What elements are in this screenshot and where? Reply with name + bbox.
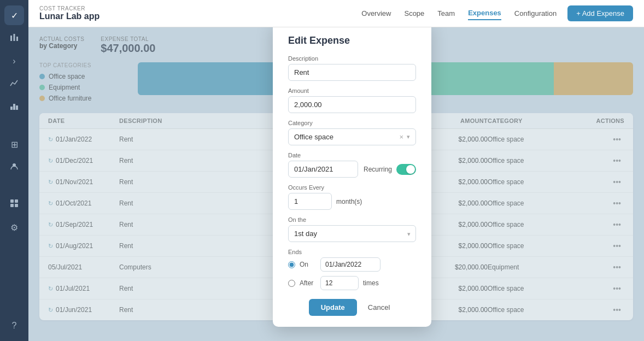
occurs-every-input[interactable] bbox=[288, 193, 332, 210]
main-area: Cost Tracker Lunar Lab app Overview Scop… bbox=[28, 0, 644, 341]
svg-rect-4 bbox=[13, 104, 15, 110]
on-the-select-wrapper: 1st day bbox=[288, 225, 416, 242]
description-input[interactable] bbox=[288, 64, 416, 81]
ends-on-date-input[interactable] bbox=[320, 257, 380, 272]
add-expense-button[interactable]: + Add Expense bbox=[567, 5, 633, 21]
ends-after-radio[interactable] bbox=[288, 280, 295, 287]
date-row: Recurring bbox=[288, 161, 416, 178]
category-select[interactable]: Office space × ▾ bbox=[288, 128, 416, 145]
sidebar-icon-user[interactable] bbox=[4, 157, 24, 177]
chevron-down-icon: ▾ bbox=[407, 133, 410, 140]
sidebar-icon-bar[interactable] bbox=[4, 97, 24, 117]
date-group: Date Recurring bbox=[288, 152, 416, 178]
nav-links: Overview Scope Team Expenses Configurati… bbox=[361, 7, 557, 20]
recurring-row: Recurring bbox=[364, 164, 416, 175]
sidebar: ✓ › ⊞ ⚙ ? bbox=[0, 0, 28, 341]
sidebar-icon-chart[interactable] bbox=[4, 28, 24, 48]
ends-times-label: times bbox=[363, 279, 379, 287]
sidebar-icon-check[interactable]: ✓ bbox=[4, 5, 24, 25]
recurring-label: Recurring bbox=[364, 166, 392, 173]
nav-expenses[interactable]: Expenses bbox=[468, 7, 501, 20]
description-group: Description bbox=[288, 55, 416, 81]
cancel-button[interactable]: Cancel bbox=[362, 299, 395, 316]
svg-rect-5 bbox=[16, 105, 18, 110]
nav-team[interactable]: Team bbox=[437, 7, 455, 20]
occurs-row: month(s) bbox=[288, 193, 416, 210]
tracker-label: Cost Tracker bbox=[39, 5, 99, 11]
on-the-label: On the bbox=[288, 216, 416, 223]
sidebar-icon-graph[interactable] bbox=[4, 74, 24, 94]
category-clear-button[interactable]: × bbox=[399, 133, 403, 141]
category-label: Category bbox=[288, 120, 416, 126]
svg-rect-9 bbox=[10, 204, 14, 207]
app-info: Cost Tracker Lunar Lab app bbox=[39, 5, 99, 21]
occurs-unit: month(s) bbox=[336, 198, 362, 205]
nav-configuration[interactable]: Configuration bbox=[514, 7, 557, 20]
ends-on-label: On bbox=[300, 261, 316, 268]
modal-title: Edit Expense bbox=[288, 35, 416, 46]
chart-icon bbox=[9, 32, 19, 44]
ends-after-input[interactable] bbox=[320, 276, 359, 290]
date-input[interactable] bbox=[288, 161, 358, 178]
graph-icon bbox=[9, 78, 19, 90]
on-the-select[interactable]: 1st day bbox=[288, 225, 416, 242]
svg-rect-3 bbox=[10, 107, 13, 110]
help-icon: ? bbox=[12, 321, 17, 331]
toggle-knob bbox=[406, 165, 415, 174]
amount-label: Amount bbox=[288, 87, 416, 94]
sidebar-icon-apps[interactable] bbox=[4, 195, 24, 214]
on-the-group: On the 1st day bbox=[288, 216, 416, 242]
svg-rect-7 bbox=[10, 199, 14, 203]
sidebar-icon-help[interactable]: ? bbox=[4, 316, 24, 336]
nav-overview[interactable]: Overview bbox=[361, 7, 391, 20]
ends-group: Ends On After times bbox=[288, 249, 416, 290]
arrow-right-icon: › bbox=[13, 56, 15, 66]
amount-group: Amount bbox=[288, 87, 416, 113]
ends-label: Ends bbox=[288, 249, 416, 255]
ends-on-option: On bbox=[288, 257, 416, 272]
user-icon bbox=[9, 161, 19, 173]
settings-icon: ⚙ bbox=[10, 222, 18, 233]
app-title: Lunar Lab app bbox=[39, 11, 99, 21]
category-selected-value: Office space bbox=[294, 133, 399, 141]
description-label: Description bbox=[288, 55, 416, 62]
check-icon: ✓ bbox=[11, 10, 18, 21]
top-nav: Cost Tracker Lunar Lab app Overview Scop… bbox=[28, 0, 644, 27]
apps-icon bbox=[9, 198, 19, 210]
edit-expense-modal: Edit Expense Description Amount Category… bbox=[273, 27, 431, 327]
svg-rect-2 bbox=[16, 37, 18, 41]
content-area: ACTUAL COSTS by Category EXPENSE TOTAL $… bbox=[28, 27, 644, 341]
ends-on-radio[interactable] bbox=[288, 261, 295, 268]
modal-overlay: Edit Expense Description Amount Category… bbox=[28, 27, 644, 341]
nav-scope[interactable]: Scope bbox=[404, 7, 424, 20]
grid-icon: ⊞ bbox=[11, 139, 18, 150]
ends-after-option: After times bbox=[288, 276, 416, 290]
recurring-toggle[interactable] bbox=[396, 164, 416, 175]
date-label: Date bbox=[288, 152, 416, 158]
modal-actions: Update Cancel bbox=[288, 299, 416, 316]
svg-rect-10 bbox=[15, 204, 18, 207]
sidebar-icon-settings[interactable]: ⚙ bbox=[4, 217, 24, 237]
sidebar-icon-grid[interactable]: ⊞ bbox=[4, 134, 24, 154]
svg-rect-8 bbox=[15, 199, 18, 203]
svg-rect-0 bbox=[10, 36, 12, 41]
bar-chart-icon bbox=[9, 101, 19, 113]
ends-options: On After times bbox=[288, 257, 416, 290]
sidebar-icon-arrow[interactable]: › bbox=[4, 51, 24, 71]
occurs-every-label: Occurs Every bbox=[288, 184, 416, 191]
update-button[interactable]: Update bbox=[309, 299, 357, 316]
occurs-every-group: Occurs Every month(s) bbox=[288, 184, 416, 210]
category-group: Category Office space × ▾ bbox=[288, 120, 416, 145]
ends-after-label: After bbox=[300, 279, 316, 287]
svg-rect-1 bbox=[14, 34, 15, 41]
amount-input[interactable] bbox=[288, 96, 416, 113]
